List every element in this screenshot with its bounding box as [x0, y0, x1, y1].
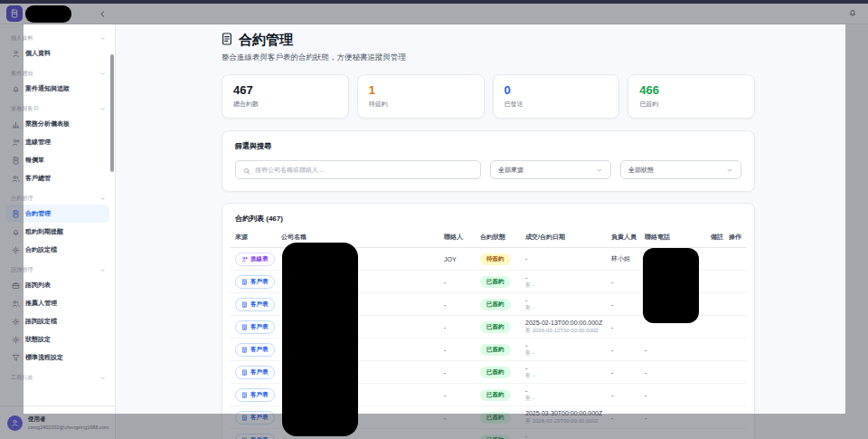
person-plus-icon	[12, 138, 20, 147]
date-cell: -至 -	[525, 342, 611, 357]
building-icon	[241, 392, 248, 398]
chevron-down-icon	[99, 71, 106, 77]
chevron-down-icon	[99, 196, 106, 202]
chevron-left-icon	[99, 7, 107, 21]
chevron-down-icon	[99, 106, 106, 112]
date-cell: -至 -	[525, 365, 611, 379]
search-box	[235, 160, 481, 179]
chevron-down-icon	[99, 375, 106, 381]
status-badge: 已簽約	[480, 367, 511, 378]
filter-title: 篩選與搜尋	[235, 141, 741, 151]
sidebar-item[interactable]: 案件通知與追蹤	[5, 80, 109, 98]
sidebar-item[interactable]: 合約設定檔	[5, 241, 109, 259]
sidebar-section-header[interactable]: 諮詢管理	[0, 263, 115, 276]
sidebar-item-label: 案件通知與追蹤	[25, 84, 70, 93]
sidebar-scrollbar[interactable]	[110, 54, 114, 172]
sidebar-section-header[interactable]: 合約管理	[0, 192, 115, 205]
chevron-down-icon	[726, 167, 733, 174]
user-area[interactable]: 使用者 csmg2402002@chengsing1688.com	[0, 406, 115, 439]
sidebar-nav: 個人資料 個人資料 案件通知 案件通知與追蹤 業務與客戶 業務分析儀表板 進線管…	[0, 24, 115, 384]
sidebar-item[interactable]: 狀態設定	[5, 330, 109, 348]
document-icon	[12, 210, 20, 218]
date-cell: -至 -	[525, 433, 611, 439]
source-badge: 客戶表	[235, 298, 275, 311]
status-badge: 已簽約	[480, 321, 511, 333]
column-header: 來源	[230, 233, 281, 242]
page-title-icon	[222, 33, 232, 49]
sidebar-item[interactable]: 諮詢設定檔	[5, 312, 109, 330]
sidebar-section-header[interactable]: 案件通知	[0, 67, 115, 80]
sidebar-section-header[interactable]: 工商行政	[0, 371, 115, 384]
date-cell: 2025-03-30T00:00:00.000Z至 2026-03-29T00:…	[525, 410, 611, 425]
source-select[interactable]: 全部來源	[490, 160, 611, 179]
sidebar-item-label: 合約管理	[25, 209, 51, 218]
status-select[interactable]: 全部狀態	[620, 160, 741, 179]
sidebar-item[interactable]: 推薦人管理	[5, 294, 109, 312]
contact-cell: JOY	[444, 256, 480, 262]
sidebar-section: 業務與客戶 業務分析儀表板 進線管理 報價單 客戶總管	[0, 102, 115, 187]
date-cell: -至 -	[525, 274, 611, 289]
redaction-company-column	[282, 243, 358, 436]
user-avatar-icon	[7, 415, 23, 431]
sidebar-item-label: 報價單	[25, 156, 44, 165]
building-icon	[241, 279, 248, 285]
stat-label: 已發送	[505, 100, 609, 109]
sidebar-section-header[interactable]: 業務與客戶	[0, 102, 115, 115]
sidebar-item[interactable]: 客戶總管	[5, 169, 109, 187]
owner-cell: -	[611, 369, 645, 376]
stats-row: 467 總合約數 1 待簽約 0 已發送 466 已簽約	[222, 74, 755, 119]
sidebar-section: 個人資料 個人資料	[0, 32, 115, 62]
people-icon	[12, 300, 20, 308]
source-badge: 客戶表	[235, 366, 275, 379]
search-input[interactable]	[255, 167, 473, 173]
sidebar-section-label: 合約管理	[11, 195, 33, 203]
chart-icon	[12, 120, 20, 129]
contact-cell: -	[444, 324, 480, 330]
gear-icon	[12, 336, 20, 344]
sidebar-item[interactable]: 進線管理	[5, 133, 109, 151]
sidebar-section: 合約管理 合約管理 租約到期提醒 合約設定檔	[0, 192, 115, 259]
phone-cell: -	[645, 392, 711, 398]
source-badge: 客戶表	[235, 411, 275, 425]
source-badge: 客戶表	[235, 388, 275, 402]
sidebar-item[interactable]: 個人資料	[5, 44, 109, 62]
sidebar-collapse-button[interactable]	[97, 8, 108, 20]
sidebar-section-label: 個人資料	[11, 34, 33, 43]
chevron-down-icon	[99, 35, 106, 42]
stat-label: 待簽約	[369, 100, 473, 109]
status-badge: 已簽約	[480, 344, 511, 356]
column-header: 負責人員	[611, 233, 645, 242]
sidebar-item[interactable]: 合約管理	[5, 205, 109, 223]
notifications-bell-button[interactable]	[846, 7, 858, 19]
date-cell: -至 -	[525, 387, 611, 402]
sidebar-item[interactable]: 租約到期提醒	[5, 223, 109, 241]
date-cell: 2025-02-13T00:00:00.000Z至 2026-02-12T00:…	[525, 320, 611, 334]
sidebar-section-label: 諮詢管理	[11, 266, 33, 274]
user-name: 使用者	[28, 415, 108, 424]
sidebar-item-label: 租約到期提醒	[25, 227, 63, 236]
chevron-down-icon	[596, 167, 603, 174]
sidebar-item[interactable]: 業務分析儀表板	[5, 115, 109, 133]
sidebar-item-label: 客戶總管	[25, 174, 51, 183]
app-logo-icon	[6, 5, 23, 22]
sidebar-item-label: 個人資料	[25, 49, 51, 58]
contact-cell: -	[444, 279, 480, 285]
bell-icon	[12, 228, 20, 236]
sidebar-item[interactable]: 報價單	[5, 151, 109, 169]
status-badge: 已簽約	[480, 299, 511, 310]
contact-cell: -	[444, 392, 480, 398]
app-window: 個人資料 個人資料 案件通知 案件通知與追蹤 業務與客戶 業務分析儀表板 進線管…	[0, 0, 868, 439]
sidebar-item-label: 推薦人管理	[25, 299, 57, 308]
source-badge: 客戶表	[235, 320, 275, 334]
gear-icon	[12, 318, 20, 326]
sidebar-item[interactable]: 標準流程設定	[5, 348, 109, 367]
owner-cell: 林小姐	[611, 254, 645, 263]
sidebar-section: 諮詢管理 諮詢列表 推薦人管理 諮詢設定檔 狀態設定 標準流程設定	[0, 263, 115, 367]
sidebar-section-header[interactable]: 個人資料	[0, 32, 115, 44]
redaction-phone-column	[643, 248, 699, 323]
redaction-app-name	[25, 5, 71, 23]
status-badge: 已簽約	[480, 412, 511, 424]
sidebar-item[interactable]: 諮詢列表	[5, 276, 109, 294]
column-header: 聯絡人	[444, 233, 480, 242]
sidebar-section-label: 案件通知	[11, 70, 33, 78]
